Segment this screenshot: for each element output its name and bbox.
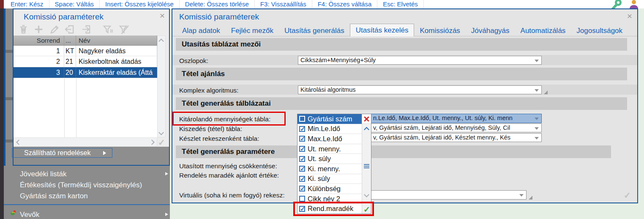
cell-sorrend: 2	[14, 56, 64, 67]
wrench-tool-icon[interactable]	[610, 0, 622, 8]
cell-tipus: KT	[64, 46, 76, 56]
hint-enter: Enter: Kész	[5, 0, 49, 8]
rail-notch	[5, 140, 13, 142]
menu-item-gyartasi-szam-karton[interactable]: Gyártási szám karton	[20, 191, 88, 201]
section-tetel-generalas-paraméterei: Tétel generálás paramétere	[176, 145, 611, 158]
option-label: Különbség	[308, 185, 341, 193]
dropdown-option-max-le-ido[interactable]: Max.Le.Idő	[297, 134, 362, 144]
cell-sorrend: 1	[14, 46, 64, 56]
scroll-down-icon[interactable]	[158, 130, 164, 135]
scroll-left-icon[interactable]	[16, 140, 22, 145]
menu-divider	[4, 204, 170, 205]
tab-utasitas-generalas[interactable]: Utasítás generálás	[279, 25, 350, 36]
rendeles-maradek-label: Rendelés maradék ajánlott értéke:	[179, 171, 279, 180]
section-tetel-generalas-tablazatai: Tétel generálás tálblázatai	[176, 97, 627, 110]
dropdown-scrollbar[interactable]: ✓	[362, 114, 371, 214]
column-sorrend[interactable]: Sorrend	[14, 36, 64, 45]
table-row[interactable]: 1 KT Nagyker eladás	[14, 46, 157, 56]
scroll-up-icon[interactable]	[158, 38, 164, 44]
tab-strip: Alap adatok Fejléc mezők Utasítás generá…	[177, 24, 628, 36]
cell-tipus: 21	[64, 56, 76, 67]
menu-item-jovedeki-listak[interactable]: Jövedéki listák	[20, 169, 67, 179]
chevron-down-icon[interactable]	[535, 60, 539, 62]
tab-jovahagyas[interactable]: Jóváhagyás	[466, 25, 515, 36]
resize-grip-icon[interactable]	[529, 196, 532, 200]
resize-grip-icon[interactable]	[544, 90, 548, 94]
checkbox-icon[interactable]	[299, 116, 305, 122]
tab-automatizalas[interactable]: Automatizálás	[515, 25, 571, 36]
option-label: Ki. súly	[308, 175, 330, 183]
annotation-box-kitarolando	[172, 112, 286, 126]
tab-utasitas-kezeles[interactable]: Utasítás kezelés	[350, 24, 415, 36]
checkbox-icon[interactable]	[299, 176, 305, 182]
confirm-check-icon[interactable]: ✓	[158, 137, 165, 148]
dropdown-option-gyartasi-szam[interactable]: Gyártási szám	[297, 114, 362, 124]
hint-f3: F3: Visszaállítás	[255, 0, 312, 8]
dropdown-option-ut-menny[interactable]: Ut. menny.	[297, 144, 362, 154]
checkbox-icon[interactable]	[299, 196, 305, 202]
user-icon[interactable]	[628, 0, 640, 8]
chevron-down-icon[interactable]	[535, 89, 539, 92]
left-menu: Jövedéki listák Értékesítés (Termékdíj v…	[4, 166, 170, 219]
virtualis-rekesz-label: Virtuális (soha ki nem fogyó) rekesz:	[179, 191, 285, 200]
dropdown-option-ki-menny[interactable]: Ki. menny.	[297, 164, 362, 174]
left-window-title: Komissió paraméterek	[24, 12, 104, 22]
confirm-check-icon[interactable]: ✓	[624, 190, 631, 200]
clear-filter-icon[interactable]	[118, 24, 130, 35]
table-row[interactable]: 2 21 Kiskerboltnak átadás	[14, 56, 157, 67]
table-row[interactable]: 3 20 Kiskerraktár eladás (Áttá	[14, 67, 157, 78]
delete-icon[interactable]	[18, 24, 29, 35]
edit-icon[interactable]	[49, 24, 60, 35]
checkbox-icon[interactable]	[299, 136, 305, 142]
scroll-right-icon[interactable]	[149, 140, 155, 145]
dropdown-option-kulonbseg[interactable]: Különbség	[297, 184, 362, 194]
checkbox-icon[interactable]	[299, 146, 305, 152]
chevron-down-icon[interactable]	[535, 127, 539, 130]
hint-delete: Delete: Összes törlése	[180, 0, 255, 8]
dropdown-option-min-le-ido[interactable]: Min.Le.Idő	[297, 124, 362, 134]
chevron-down-icon[interactable]	[519, 194, 524, 197]
tab-fejlec-mezok[interactable]: Fejléc mezők	[226, 25, 279, 36]
tab-jogosultsagok[interactable]: Jogosultságok	[571, 25, 628, 36]
close-icon[interactable]: ×	[627, 12, 632, 20]
menu-item-ertekesites[interactable]: Értékesítés (Termékdíj visszaigénylés)	[20, 180, 142, 190]
rail-notch	[5, 50, 13, 53]
utasitott-label: Utasított mennyiség csökkentése:	[179, 162, 277, 170]
column-nev[interactable]: Név	[76, 36, 157, 45]
keszlet-label: Készlet rekeszenként tábla:	[179, 134, 259, 143]
tab-komissiozas[interactable]: Komissiózás	[414, 25, 465, 36]
add-icon[interactable]	[33, 24, 44, 35]
checkbox-icon[interactable]	[299, 126, 305, 132]
chevron-down-icon[interactable]	[535, 118, 539, 120]
dropdown-close-icon[interactable]	[362, 114, 371, 124]
scroll-down-icon[interactable]	[364, 192, 369, 197]
move-in-icon[interactable]	[64, 24, 76, 35]
annotation-box-rend-maradek	[293, 202, 374, 216]
close-icon[interactable]: ×	[160, 11, 165, 20]
move-out-icon[interactable]	[80, 24, 92, 35]
right-window-title: Komissió paraméterek	[179, 12, 259, 22]
dropdown-option-ut-suly[interactable]: Ut. súly	[297, 154, 362, 164]
checkbox-icon[interactable]	[299, 166, 305, 172]
scroll-thumb-icon[interactable]	[364, 164, 369, 169]
desktop-edge	[0, 8, 4, 219]
checkbox-icon[interactable]	[299, 156, 305, 162]
oszlopok-combobox[interactable]: Cikkszám+Mennyiség+Súly	[298, 56, 542, 65]
menu-item-vevok[interactable]: Vevők	[20, 210, 39, 219]
filter-icon[interactable]	[102, 24, 114, 35]
komplex-algoritmus-combobox[interactable]: Kitárolási algoritmus	[298, 85, 542, 94]
horizontal-scrollbar[interactable]	[14, 137, 157, 147]
checkbox-icon[interactable]	[299, 186, 305, 192]
dropdown-list: Gyártási szám Min.Le.Idő Max.Le.Idő Ut. …	[297, 114, 362, 214]
vevok-icon	[10, 209, 17, 218]
kiszedes-label: Kiszedés (tétel) tábla:	[179, 125, 242, 133]
column-tipus[interactable]: ...	[64, 36, 76, 45]
vertical-scrollbar[interactable]	[157, 36, 166, 137]
chevron-down-icon[interactable]	[535, 137, 539, 140]
szallithato-rendelesek-button[interactable]: Szállítható rendelések	[12, 148, 112, 158]
table-header[interactable]: Sorrend ... Név	[14, 36, 157, 46]
dropdown-option-ki-suly[interactable]: Ki. súly	[297, 174, 362, 184]
tab-alap-adatok[interactable]: Alap adatok	[177, 25, 226, 36]
rail-notch	[5, 97, 13, 100]
scroll-up-icon[interactable]	[364, 127, 369, 132]
